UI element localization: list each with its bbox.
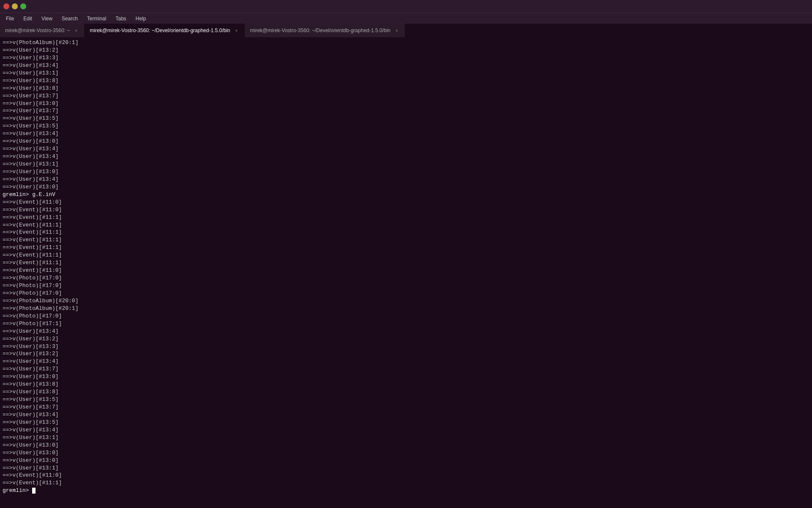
terminal-line: ==>v(User)[#13:1] xyxy=(3,464,809,472)
terminal-line: gremlin> g.E.inV xyxy=(3,191,809,199)
tab-2[interactable]: mirek@mirek-Vostro-3560: ~/Devel/orientd… xyxy=(245,24,405,37)
tab-1-close[interactable]: × xyxy=(233,28,239,33)
terminal-line: ==>v(User)[#13:1] xyxy=(3,69,809,77)
tab-1-label: mirek@mirek-Vostro-3560: ~/Devel/orientd… xyxy=(90,28,230,33)
terminal-line: ==>v(User)[#13:0] xyxy=(3,183,809,191)
terminal-line: ==>v(Event)[#11:0] xyxy=(3,267,809,274)
terminal-line: ==>v(User)[#13:7] xyxy=(3,107,809,115)
terminal-line: ==>v(User)[#13:4] xyxy=(3,62,809,69)
terminal-line: ==>v(Event)[#11:0] xyxy=(3,206,809,214)
terminal-line: ==>v(User)[#13:4] xyxy=(3,411,809,419)
terminal-line: ==>v(User)[#13:7] xyxy=(3,365,809,373)
terminal-line: ==>v(Event)[#11:1] xyxy=(3,229,809,236)
menu-edit[interactable]: Edit xyxy=(19,15,36,22)
terminal-line: ==>v(Event)[#11:1] xyxy=(3,236,809,244)
terminal-area[interactable]: ==>v(PhotoAlbum)[#20:1]==>v(User)[#13:2]… xyxy=(0,37,812,508)
terminal-line: ==>v(User)[#13:3] xyxy=(3,343,809,351)
terminal-line: ==>v(Event)[#11:1] xyxy=(3,214,809,221)
terminal-line: ==>v(User)[#13:4] xyxy=(3,153,809,160)
terminal-line: ==>v(User)[#13:0] xyxy=(3,442,809,449)
terminal-line: ==>v(User)[#13:8] xyxy=(3,381,809,388)
terminal-line: ==>v(User)[#13:4] xyxy=(3,328,809,335)
window-controls xyxy=(3,3,26,9)
terminal-line: ==>v(Event)[#11:1] xyxy=(3,244,809,251)
terminal-line: ==>v(Photo)[#17:0] xyxy=(3,312,809,320)
menu-file[interactable]: File xyxy=(2,15,18,22)
terminal-line: ==>v(User)[#13:0] xyxy=(3,168,809,176)
terminal-line: ==>v(User)[#13:8] xyxy=(3,77,809,85)
terminal-line: ==>v(Photo)[#17:0] xyxy=(3,282,809,290)
menu-terminal[interactable]: Terminal xyxy=(83,15,110,22)
tab-2-close[interactable]: × xyxy=(394,28,400,33)
terminal-line: ==>v(Event)[#11:1] xyxy=(3,251,809,259)
tab-0-close[interactable]: × xyxy=(73,28,79,33)
terminal-line: ==>v(User)[#13:5] xyxy=(3,122,809,130)
terminal-line: ==>v(PhotoAlbum)[#20:0] xyxy=(3,297,809,305)
terminal-line: ==>v(Event)[#11:1] xyxy=(3,479,809,487)
menu-tabs[interactable]: Tabs xyxy=(111,15,130,22)
terminal-line: ==>v(User)[#13:2] xyxy=(3,350,809,358)
minimize-button[interactable] xyxy=(12,3,18,9)
terminal-line: ==>v(User)[#13:4] xyxy=(3,358,809,365)
terminal-line: ==>v(User)[#13:7] xyxy=(3,92,809,100)
terminal-line: ==>v(Event)[#11:1] xyxy=(3,221,809,229)
terminal-line: ==>v(User)[#13:0] xyxy=(3,449,809,457)
terminal-line: ==>v(User)[#13:4] xyxy=(3,176,809,183)
terminal-line: ==>v(User)[#13:0] xyxy=(3,138,809,145)
close-button[interactable] xyxy=(3,3,9,9)
terminal-line: ==>v(PhotoAlbum)[#20:1] xyxy=(3,305,809,312)
terminal-line: ==>v(PhotoAlbum)[#20:1] xyxy=(3,39,809,47)
terminal-line: ==>v(User)[#13:2] xyxy=(3,335,809,343)
terminal-line: ==>v(User)[#13:1] xyxy=(3,434,809,442)
tab-2-label: mirek@mirek-Vostro-3560: ~/Devel/orientd… xyxy=(250,28,390,33)
maximize-button[interactable] xyxy=(20,3,26,9)
terminal-line: ==>v(User)[#13:5] xyxy=(3,396,809,403)
terminal-line: ==>v(Event)[#11:0] xyxy=(3,472,809,479)
terminal-line: ==>v(Photo)[#17:0] xyxy=(3,274,809,282)
tab-1[interactable]: mirek@mirek-Vostro-3560: ~/Devel/orientd… xyxy=(85,24,245,37)
terminal-cursor xyxy=(32,488,36,494)
terminal-line: ==>v(User)[#13:4] xyxy=(3,145,809,153)
menu-help[interactable]: Help xyxy=(132,15,151,22)
terminal-line: ==>v(User)[#13:0] xyxy=(3,100,809,108)
terminal-line: ==>v(User)[#13:4] xyxy=(3,130,809,138)
terminal-line: ==>v(User)[#13:1] xyxy=(3,160,809,168)
terminal-line: ==>v(User)[#13:5] xyxy=(3,115,809,122)
terminal-line: ==>v(User)[#13:8] xyxy=(3,388,809,396)
terminal-line: ==>v(Photo)[#17:0] xyxy=(3,290,809,297)
terminal-line: ==>v(User)[#13:7] xyxy=(3,403,809,411)
terminal-line: ==>v(User)[#13:2] xyxy=(3,47,809,54)
menubar: File Edit View Search Terminal Tabs Help xyxy=(0,13,812,24)
terminal-line: ==>v(User)[#13:5] xyxy=(3,419,809,426)
terminal-line: gremlin> xyxy=(3,487,809,494)
tab-0-label: mirek@mirek-Vostro-3560: ~ xyxy=(5,28,70,33)
terminal-line: ==>v(Photo)[#17:1] xyxy=(3,320,809,328)
terminal-line: ==>v(User)[#13:0] xyxy=(3,373,809,381)
tabbar: mirek@mirek-Vostro-3560: ~ × mirek@mirek… xyxy=(0,24,812,37)
menu-search[interactable]: Search xyxy=(58,15,82,22)
terminal-line: ==>v(User)[#13:4] xyxy=(3,426,809,434)
tab-0[interactable]: mirek@mirek-Vostro-3560: ~ × xyxy=(0,24,85,37)
terminal-line: ==>v(User)[#13:3] xyxy=(3,54,809,62)
titlebar xyxy=(0,0,812,13)
terminal-line: ==>v(User)[#13:0] xyxy=(3,457,809,464)
terminal-line: ==>v(User)[#13:8] xyxy=(3,85,809,92)
terminal-line: ==>v(Event)[#11:0] xyxy=(3,199,809,206)
menu-view[interactable]: View xyxy=(37,15,57,22)
terminal-line: ==>v(Event)[#11:1] xyxy=(3,259,809,267)
